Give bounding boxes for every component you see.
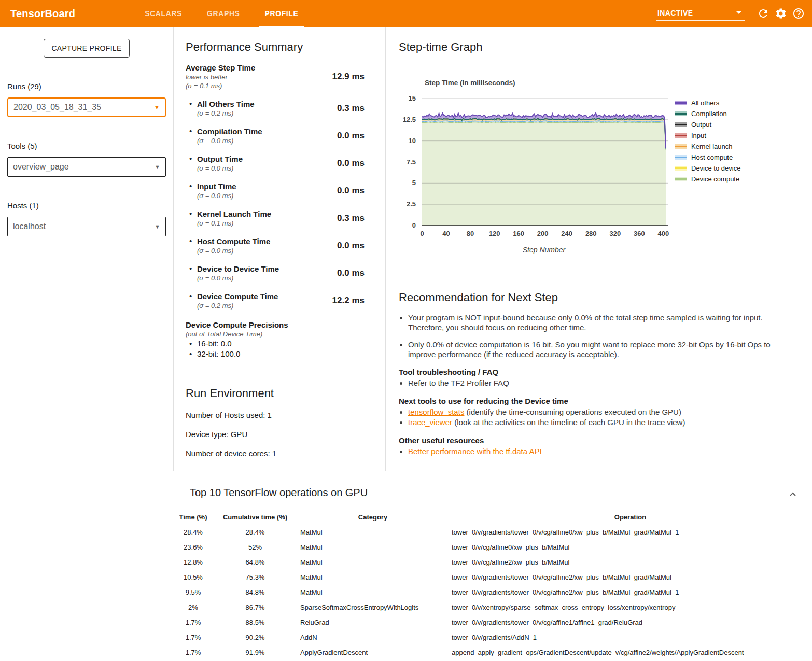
caret-down-icon: ▼ bbox=[155, 223, 160, 230]
recommendation-section-heading: Next tools to use for reducing the Devic… bbox=[399, 397, 793, 405]
app-logo: TensorBoard bbox=[10, 8, 75, 20]
recommendation-link[interactable]: Better performance with the tf.data API bbox=[408, 447, 542, 456]
metric-label: Kernel Launch Time bbox=[197, 209, 337, 219]
table-cell: 52% bbox=[213, 540, 297, 555]
column-header: Time (%) bbox=[173, 510, 213, 525]
table-cell: ApplyGradientDescent bbox=[297, 645, 449, 660]
metric-value: 12.9 ms bbox=[332, 72, 365, 82]
sidebar: CAPTURE PROFILE Runs (29) 2020_03_05_18_… bbox=[0, 27, 173, 471]
table-cell: 91.9% bbox=[213, 645, 297, 660]
legend-label: Input bbox=[691, 132, 706, 139]
metric-sigma: (σ = 0.0 ms) bbox=[197, 164, 337, 173]
legend-swatch-icon bbox=[675, 155, 687, 160]
recommendation-link[interactable]: tensorflow_stats bbox=[408, 407, 464, 416]
table-cell: MatMul bbox=[297, 585, 449, 600]
metric-label: Output Time bbox=[197, 154, 337, 164]
svg-text:0: 0 bbox=[420, 230, 424, 237]
table-cell: 9.5% bbox=[173, 585, 213, 600]
tools-dropdown[interactable]: overview_page ▼ bbox=[7, 157, 166, 177]
metric-item: Input Time(σ = 0.0 ms)0.0 ms bbox=[186, 181, 365, 200]
recommendation-link[interactable]: trace_viewer bbox=[408, 418, 452, 427]
legend-item: Device to device bbox=[675, 163, 740, 174]
metric-item: Compilation Time(σ = 0.0 ms)0.0 ms bbox=[186, 126, 365, 145]
step-time-chart: Step Time (in milliseconds)1512.5107.552… bbox=[397, 77, 677, 261]
metric-value: 0.3 ms bbox=[337, 103, 365, 114]
table-row: 9.5%84.8%MatMultower_0/v/gradients/tower… bbox=[173, 585, 812, 600]
table-cell: 23.6% bbox=[173, 540, 213, 555]
svg-text:12.5: 12.5 bbox=[403, 116, 416, 123]
hosts-value: localhost bbox=[13, 222, 46, 231]
svg-text:2.5: 2.5 bbox=[407, 200, 416, 208]
right-column: Step-time Graph Step Time (in millisecon… bbox=[386, 27, 812, 471]
table-row: 28.4%28.4%MatMultower_0/v/gradients/towe… bbox=[173, 525, 812, 540]
runs-dropdown[interactable]: 2020_03_05_18_31_35 ▼ bbox=[7, 97, 166, 117]
metric-label: Device to Device Time bbox=[197, 264, 337, 274]
top-ops-title: Top 10 TensorFlow operations on GPU bbox=[190, 487, 812, 499]
metric-sigma: (σ = 0.1 ms) bbox=[186, 81, 332, 90]
legend-item: Compilation bbox=[675, 108, 740, 119]
performance-summary-title: Performance Summary bbox=[186, 40, 365, 54]
metric-value: 0.0 ms bbox=[337, 131, 365, 141]
table-cell: 75.3% bbox=[213, 570, 297, 585]
run-status-dropdown[interactable]: INACTIVE bbox=[656, 7, 745, 21]
svg-text:15: 15 bbox=[409, 94, 416, 102]
collapse-chevron-icon[interactable] bbox=[788, 490, 797, 499]
svg-text:360: 360 bbox=[634, 230, 645, 237]
table-row: 2%86.7%SparseSoftmaxCrossEntropyWithLogi… bbox=[173, 600, 812, 615]
legend-item: Device compute bbox=[675, 174, 740, 185]
app-header: TensorBoard SCALARSGRAPHSPROFILE INACTIV… bbox=[0, 0, 812, 27]
table-cell: MatMul bbox=[297, 525, 449, 540]
metric-label: Host Compute Time bbox=[197, 236, 337, 246]
chart-legend: All othersCompilationOutputInputKernel l… bbox=[675, 97, 740, 185]
table-cell: tower_0/v/cg/affine2/xw_plus_b/MatMul bbox=[449, 555, 812, 570]
refresh-icon[interactable] bbox=[757, 7, 769, 20]
recommendation-item: Refer to the TF2 Profiler FAQ bbox=[408, 378, 793, 388]
run-status-value: INACTIVE bbox=[657, 9, 693, 17]
capture-profile-button[interactable]: CAPTURE PROFILE bbox=[44, 39, 130, 58]
table-cell: 1.7% bbox=[173, 645, 213, 660]
svg-text:7.5: 7.5 bbox=[407, 158, 416, 166]
metric-sigma: (σ = 0.0 ms) bbox=[197, 274, 337, 283]
precisions-note: (out of Total Device Time) bbox=[186, 330, 365, 339]
settings-icon[interactable] bbox=[775, 7, 787, 20]
metric-value: 0.0 ms bbox=[337, 268, 365, 278]
table-cell: 88.5% bbox=[213, 615, 297, 630]
svg-text:120: 120 bbox=[489, 230, 500, 237]
table-cell: MatMul bbox=[297, 540, 449, 555]
table-cell: tower_0/v/xentropy/sparse_softmax_cross_… bbox=[449, 600, 812, 615]
main-tabs: SCALARSGRAPHSPROFILE bbox=[132, 0, 311, 27]
run-env-line: Number of device cores: 1 bbox=[186, 449, 375, 458]
metric-value: 0.0 ms bbox=[337, 186, 365, 196]
legend-swatch-icon bbox=[675, 101, 687, 105]
run-env-line: Device type: GPU bbox=[186, 430, 375, 439]
svg-text:400: 400 bbox=[657, 230, 669, 237]
hosts-dropdown[interactable]: localhost ▼ bbox=[7, 217, 166, 236]
metric-value: 0.0 ms bbox=[337, 241, 365, 251]
legend-label: Device compute bbox=[691, 175, 739, 183]
metric-sigma: (σ = 0.0 ms) bbox=[197, 136, 337, 145]
legend-label: Kernel launch bbox=[691, 143, 733, 150]
recommendation-bullet: Only 0.0% of device computation is 16 bi… bbox=[408, 340, 793, 359]
tab-scalars[interactable]: SCALARS bbox=[132, 0, 194, 27]
tab-graphs[interactable]: GRAPHS bbox=[194, 0, 253, 27]
recommendation-card: Recommendation for Next Step Your progra… bbox=[386, 277, 812, 457]
svg-text:240: 240 bbox=[561, 230, 572, 237]
metric-sigma: (σ = 0.2 ms) bbox=[197, 301, 332, 310]
table-cell: 86.7% bbox=[213, 600, 297, 615]
metric-sigma: (σ = 0.0 ms) bbox=[197, 246, 337, 255]
svg-text:Step Time (in milliseconds): Step Time (in milliseconds) bbox=[425, 79, 515, 87]
recommendation-title: Recommendation for Next Step bbox=[399, 291, 793, 304]
table-cell: tower_0/v/gradients/AddN_1 bbox=[449, 630, 812, 645]
svg-text:200: 200 bbox=[537, 230, 549, 237]
tools-label: Tools (5) bbox=[7, 142, 173, 150]
precision-item: 32-bit: 100.0 bbox=[186, 349, 365, 359]
table-cell: 1.7% bbox=[173, 630, 213, 645]
metric-label: All Others Time bbox=[197, 99, 337, 109]
table-row: 1.7%88.5%ReluGradtower_0/v/gradients/tow… bbox=[173, 615, 812, 630]
tab-profile[interactable]: PROFILE bbox=[253, 0, 311, 27]
svg-text:280: 280 bbox=[585, 230, 597, 237]
metric-value: 12.2 ms bbox=[332, 296, 365, 306]
caret-down-icon: ▼ bbox=[154, 104, 160, 110]
recommendation-item: trace_viewer (look at the activities on … bbox=[408, 417, 793, 428]
help-icon[interactable] bbox=[792, 7, 805, 20]
